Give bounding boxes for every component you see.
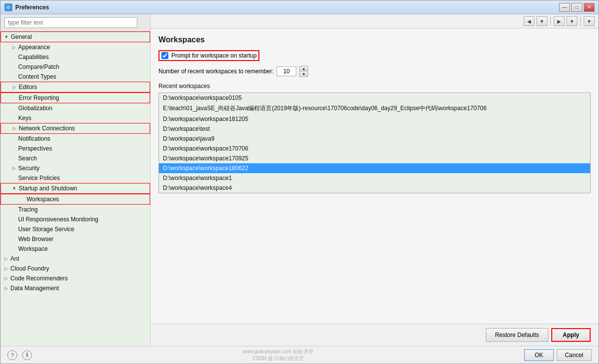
cancel-button[interactable]: Cancel (557, 349, 592, 361)
sidebar-item-workspace[interactable]: Workspace (0, 244, 150, 254)
sidebar-item-editors[interactable]: ▷Editors (0, 82, 150, 92)
back-dropdown[interactable]: ▼ (536, 16, 547, 26)
preferences-window: ⚙ Preferences — □ ✕ ▼General▷AppearanceC… (0, 0, 599, 364)
sidebar-label-workspace: Workspace (17, 245, 49, 253)
sidebar-label-content-types: Content Types (17, 73, 57, 81)
tree-toggle-tracing (10, 206, 17, 213)
sidebar-item-perspectives[interactable]: Perspectives (0, 144, 150, 153)
info-icon[interactable]: ℹ (22, 350, 32, 360)
back-button[interactable]: ◀ (524, 16, 535, 26)
workspace-list-item[interactable]: D:\workspace\java9 (159, 134, 590, 144)
apply-button[interactable]: Apply (551, 328, 591, 342)
close-button[interactable]: ✕ (584, 3, 595, 12)
workspace-list-item[interactable]: D:\workspace\workspace170706 (159, 144, 590, 153)
sidebar-item-ant[interactable]: ▷Ant (0, 254, 150, 264)
sidebar-item-notifications[interactable]: Notifications (0, 134, 150, 144)
search-bar (0, 14, 150, 31)
workspace-list-item[interactable]: D:\workspace\workspace180622 (159, 163, 590, 173)
tree-toggle-capabilities (10, 54, 17, 61)
title-bar: ⚙ Preferences — □ ✕ (0, 0, 599, 14)
tree-toggle-editors: ▷ (11, 84, 18, 91)
restore-defaults-button[interactable]: Restore Defaults (486, 328, 548, 342)
main-content: ▼General▷AppearanceCapabilitiesCompare/P… (0, 14, 599, 346)
workspace-list-item[interactable]: D:\workspace\workspace170925 (159, 153, 590, 163)
tree-toggle-error-reporting (11, 94, 18, 101)
sidebar-item-network-connections[interactable]: ▷Network Connections (0, 123, 150, 134)
nav-separator2 (580, 17, 581, 26)
sidebar-item-capabilities[interactable]: Capabilities (0, 52, 150, 62)
workspace-list-item[interactable]: D:\workspace\workspace181205 (159, 114, 590, 124)
sidebar-item-ui-responsiveness[interactable]: UI Responsiveness Monitoring (0, 214, 150, 224)
window-title: Preferences (15, 4, 559, 11)
sidebar-item-workspaces[interactable]: Workspaces (0, 194, 150, 205)
window-icon: ⚙ (4, 3, 12, 11)
workspace-list-item[interactable]: D:\workspace\workspace4 (159, 183, 590, 193)
tree-toggle-security: ▷ (10, 165, 17, 172)
forward-dropdown[interactable]: ▼ (567, 16, 577, 26)
sidebar-label-search: Search (17, 154, 38, 162)
tree-toggle-service-policies (10, 175, 17, 182)
sidebar-label-perspectives: Perspectives (17, 145, 53, 152)
tree-toggle-general: ▼ (3, 33, 10, 40)
sidebar-item-appearance[interactable]: ▷Appearance (0, 42, 150, 52)
workspace-list-item[interactable]: E:\teach\01_javaSE_尚硅谷Java编程语言(2019年版)-r… (159, 103, 590, 114)
spinner-buttons: ▲ ▼ (299, 66, 308, 77)
minimize-button[interactable]: — (559, 3, 570, 12)
workspace-list-item[interactable]: D:\workspace\workspace1 (159, 173, 590, 183)
tree-toggle-content-types (10, 73, 17, 80)
sidebar-label-appearance: Appearance (17, 43, 51, 51)
sidebar-item-keys[interactable]: Keys (0, 113, 150, 123)
sidebar-item-content-types[interactable]: Content Types (0, 72, 150, 82)
forward-button[interactable]: ▶ (554, 16, 565, 26)
tree-toggle-workspace (10, 245, 17, 252)
sidebar-item-startup-shutdown[interactable]: ▼Startup and Shutdown (0, 183, 150, 194)
title-bar-buttons: — □ ✕ (559, 3, 595, 12)
prompt-checkbox-label: Prompt for workspace on startup (171, 52, 256, 59)
tree-toggle-compare-patch (10, 63, 17, 70)
nav-separator (550, 17, 551, 26)
sidebar-label-startup-shutdown: Startup and Shutdown (18, 184, 78, 192)
tree-toggle-notifications (10, 135, 17, 142)
sidebar-item-user-storage[interactable]: User Storage Service (0, 224, 150, 234)
sidebar-item-cloud-foundry[interactable]: ▷Cloud Foundry (0, 264, 150, 273)
ok-cancel-buttons: OK Cancel (524, 349, 592, 361)
sidebar-label-network-connections: Network Connections (18, 124, 76, 132)
prompt-checkbox[interactable] (161, 52, 168, 59)
tree-toggle-keys (10, 115, 17, 121)
sidebar-item-data-management[interactable]: ▷Data Management (0, 283, 150, 293)
menu-button[interactable]: ▼ (584, 16, 595, 26)
sidebar-item-security[interactable]: ▷Security (0, 163, 150, 173)
sidebar-label-data-management: Data Management (9, 284, 60, 292)
ok-button[interactable]: OK (524, 349, 553, 361)
workspace-list-item[interactable]: D:\workspace\test (159, 124, 590, 134)
help-icon[interactable]: ? (7, 350, 17, 360)
tree-toggle-cloud-foundry: ▷ (2, 265, 9, 272)
workspace-list-wrapper: Remove D:\workspace\workspace0105E:\teac… (158, 92, 591, 319)
main-panel: Workspaces Prompt for workspace on start… (151, 29, 599, 324)
sidebar-item-compare-patch[interactable]: Compare/Patch (0, 62, 150, 72)
sidebar-item-general[interactable]: ▼General (0, 31, 150, 42)
search-input[interactable] (4, 17, 137, 28)
tree-toggle-startup-shutdown: ▼ (11, 185, 18, 192)
sidebar-item-search[interactable]: Search (0, 153, 150, 163)
sidebar-item-error-reporting[interactable]: Error Reporting (0, 92, 150, 103)
spinner-label: Number of recent workspaces to remember: (158, 68, 274, 75)
sidebar-item-web-browser[interactable]: Web Browser (0, 234, 150, 244)
tree-toggle-code-recommenders: ▷ (2, 275, 9, 282)
sidebar-item-globalization[interactable]: Globalization (0, 103, 150, 113)
tree-toggle-data-management: ▷ (2, 285, 9, 292)
tree-toggle-ui-responsiveness (10, 216, 17, 223)
sidebar-label-general: General (10, 33, 33, 41)
spinner-down[interactable]: ▼ (300, 71, 308, 76)
maximize-button[interactable]: □ (571, 3, 582, 12)
sidebar-label-web-browser: Web Browser (17, 235, 55, 243)
sidebar-item-service-policies[interactable]: Service Policies (0, 173, 150, 183)
footer-icons: ? ℹ (7, 350, 32, 360)
sidebar: ▼General▷AppearanceCapabilitiesCompare/P… (0, 14, 151, 346)
sidebar-item-code-recommenders[interactable]: ▷Code Recommenders (0, 273, 150, 283)
spinner-input[interactable] (277, 66, 296, 76)
recent-label: Recent workspaces (158, 83, 591, 90)
spinner-up[interactable]: ▲ (300, 66, 308, 71)
workspace-list-item[interactable]: D:\workspace\workspace0105 (159, 93, 590, 103)
sidebar-item-tracing[interactable]: Tracing (0, 205, 150, 214)
